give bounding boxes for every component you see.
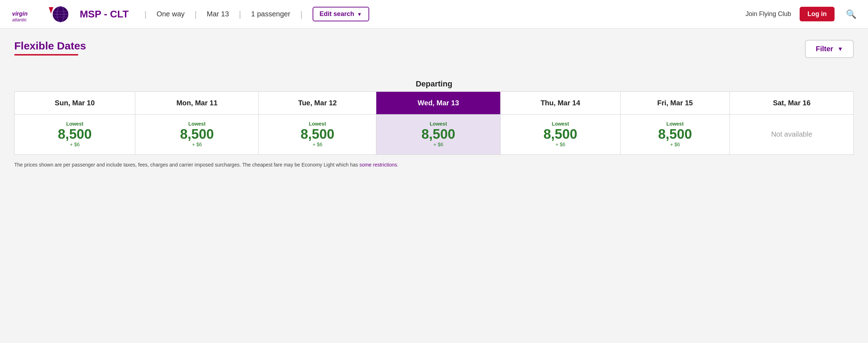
date-header-4[interactable]: Thu, Mar 14 [501,92,620,115]
divider-4: | [300,9,302,19]
virgin-atlantic-logo: virgin atlantic [11,5,68,23]
date-header-5[interactable]: Fri, Mar 15 [620,92,730,115]
main-content: Flexible Dates Filter ▼ Departing Sun, M… [0,28,868,183]
price-cell-2[interactable]: Lowest 8,500 + $6 [259,115,376,155]
departing-label: Departing [14,79,854,89]
price-cell-0[interactable]: Lowest 8,500 + $6 [15,115,135,155]
login-button[interactable]: Log in [800,7,835,21]
price-label-4: Lowest [504,121,616,127]
price-label-0: Lowest [18,121,131,127]
divider-3: | [239,9,241,19]
date-header-2[interactable]: Tue, Mar 12 [259,92,376,115]
svg-text:atlantic: atlantic [12,17,27,22]
edit-search-label: Edit search [320,10,354,18]
price-value-2: 8,500 [262,127,372,141]
passenger-count: 1 passenger [251,10,290,18]
disclaimer-text-after: . [397,162,398,168]
date-grid: Sun, Mar 10Mon, Mar 11Tue, Mar 12Wed, Ma… [14,91,854,155]
svg-marker-2 [49,7,53,14]
search-icon: 🔍 [846,9,857,19]
main-header: virgin atlantic MSP - CLT | One way | Ma… [0,0,868,28]
join-flying-club-link[interactable]: Join Flying Club [746,10,791,18]
price-tax-2: + $6 [262,142,372,147]
price-row: Lowest 8,500 + $6 Lowest 8,500 + $6 Lowe… [15,115,854,155]
flexible-dates-title-block: Flexible Dates [14,40,86,56]
not-available-6: Not available [771,130,812,138]
price-label-1: Lowest [139,121,255,127]
route-text: MSP - CLT [80,9,129,20]
price-value-1: 8,500 [139,127,255,141]
date-header-0[interactable]: Sun, Mar 10 [15,92,135,115]
search-button[interactable]: 🔍 [846,9,857,19]
price-tax-5: + $6 [624,142,726,147]
price-tax-1: + $6 [139,142,255,147]
price-value-4: 8,500 [504,127,616,141]
price-tax-0: + $6 [18,142,131,147]
flexible-dates-title: Flexible Dates [14,40,86,52]
divider-1: | [144,9,146,19]
disclaimer: The prices shown are per passenger and i… [14,161,854,169]
price-cell-3[interactable]: Lowest 8,500 + $6 [376,115,501,155]
price-value-3: 8,500 [380,127,497,141]
price-cell-1[interactable]: Lowest 8,500 + $6 [135,115,259,155]
flexible-dates-underline [14,54,78,56]
price-tax-4: + $6 [504,142,616,147]
divider-2: | [195,9,197,19]
price-cell-6[interactable]: Not available [730,115,854,155]
price-cell-5[interactable]: Lowest 8,500 + $6 [620,115,730,155]
price-cell-4[interactable]: Lowest 8,500 + $6 [501,115,620,155]
edit-search-button[interactable]: Edit search ▼ [313,7,369,21]
date-header-1[interactable]: Mon, Mar 11 [135,92,259,115]
price-label-2: Lowest [262,121,372,127]
filter-chevron-icon: ▼ [837,46,843,52]
disclaimer-text-before: The prices shown are per passenger and i… [14,162,359,168]
price-value-0: 8,500 [18,127,131,141]
filter-button[interactable]: Filter ▼ [805,40,854,58]
date-header-3[interactable]: Wed, Mar 13 [376,92,501,115]
price-label-3: Lowest [380,121,497,127]
flexible-dates-section: Flexible Dates Filter ▼ [14,40,854,58]
restrictions-link[interactable]: some restrictions [359,162,397,168]
svg-text:virgin: virgin [12,11,28,17]
date-header-row: Sun, Mar 10Mon, Mar 11Tue, Mar 12Wed, Ma… [15,92,854,115]
price-label-5: Lowest [624,121,726,127]
trip-type: One way [157,10,185,18]
price-value-5: 8,500 [624,127,726,141]
logo-area: virgin atlantic [11,5,68,23]
flight-date: Mar 13 [207,10,229,18]
chevron-down-icon: ▼ [357,11,362,17]
date-header-6[interactable]: Sat, Mar 16 [730,92,854,115]
price-tax-3: + $6 [380,142,497,147]
filter-label: Filter [816,45,833,53]
